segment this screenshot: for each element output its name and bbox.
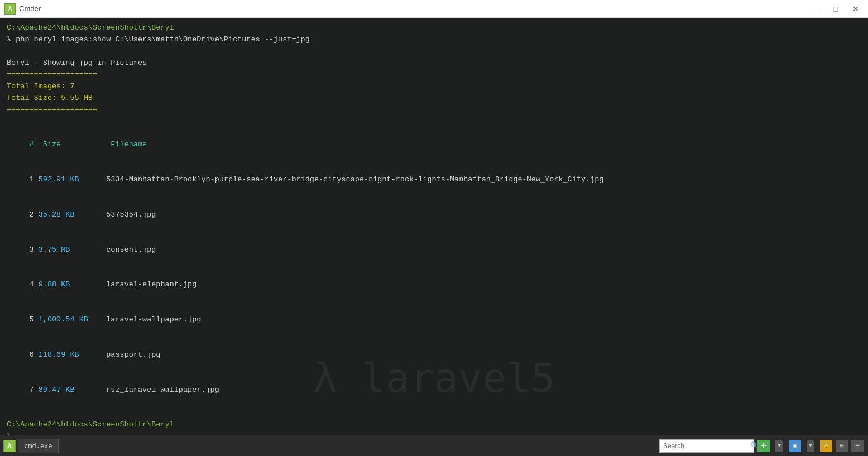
taskbar-tab-cmd[interactable]: cmd.exe [18,439,59,453]
restore-button[interactable]: □ [828,3,843,15]
new-tab-button[interactable]: + [756,439,771,453]
blank-line-1 [7,46,861,57]
output-separator-2: ==================== [7,104,861,116]
hamburger-icon: ≡ [851,440,864,452]
lock-icon: 🔒 [820,440,832,452]
prompt-symbol[interactable]: λ [7,431,861,435]
monitor-dropdown-button[interactable]: ▼ [803,439,818,453]
table-header: # Size Filename [7,127,861,162]
table-row-3: 3 3.75 MB consent.jpg [7,233,861,268]
split-icon: ⊞ [836,440,848,452]
monitor-icon: ▣ [789,440,801,452]
window-title: Cmder [19,4,808,13]
output-beryl: Beryl - Showing jpg in Pictures [7,57,861,69]
output-separator-1: ==================== [7,69,861,81]
table-row-2: 2 35.28 KB 5375354.jpg [7,198,861,233]
blank-line-3 [7,407,861,419]
blank-line-2 [7,116,861,127]
split-button[interactable]: ⊞ [835,439,849,453]
table-row-4: 4 9.88 KB laravel-elephant.jpg [7,267,861,303]
search-input[interactable] [660,440,750,452]
table-row-7: 7 89.47 KB rsz_laravel-wallpaper.jpg [7,373,861,408]
new-tab-dropdown-button[interactable]: ▼ [772,439,787,453]
monitor-dropdown-icon: ▼ [807,440,814,452]
title-bar: λ Cmder ─ □ ✕ [0,0,868,18]
path-line-1: C:\Apache24\htdocs\ScreenShottr\Beryl [7,22,861,34]
app-logo: λ [4,3,16,15]
table-row-5: 5 1,000.54 KB laravel-wallpaper.jpg [7,303,861,338]
taskbar-icons: + ▼ ▣ ▼ 🔒 ⊞ ≡ [756,439,865,453]
lock-button[interactable]: 🔒 [819,439,833,453]
path-line-2: C:\Apache24\htdocs\ScreenShottr\Beryl [7,419,861,431]
taskbar: λ cmd.exe 🔍 + ▼ ▣ ▼ 🔒 ⊞ ≡ [0,435,868,456]
monitor-button[interactable]: ▣ [788,439,802,453]
terminal-area: C:\Apache24\htdocs\ScreenShottr\Beryl λ … [0,18,868,435]
dropdown-arrow-icon: ▼ [775,440,783,452]
output-total-images: Total Images: 7 [7,81,861,93]
plus-icon: + [757,440,770,452]
search-box: 🔍 [659,439,754,453]
table-row-1: 1 592.91 KB 5334-Manhattan-Brooklyn-purp… [7,162,861,198]
taskbar-logo: λ [3,440,16,452]
close-button[interactable]: ✕ [848,3,864,15]
table-row-6: 6 118.69 KB passport.jpg [7,338,861,373]
minimize-button[interactable]: ─ [808,3,823,15]
output-total-size: Total Size: 5.55 MB [7,93,861,104]
command-line: λ php beryl images:show C:\Users\matth\O… [7,34,861,46]
window-controls: ─ □ ✕ [808,3,864,15]
menu-button[interactable]: ≡ [850,439,865,453]
